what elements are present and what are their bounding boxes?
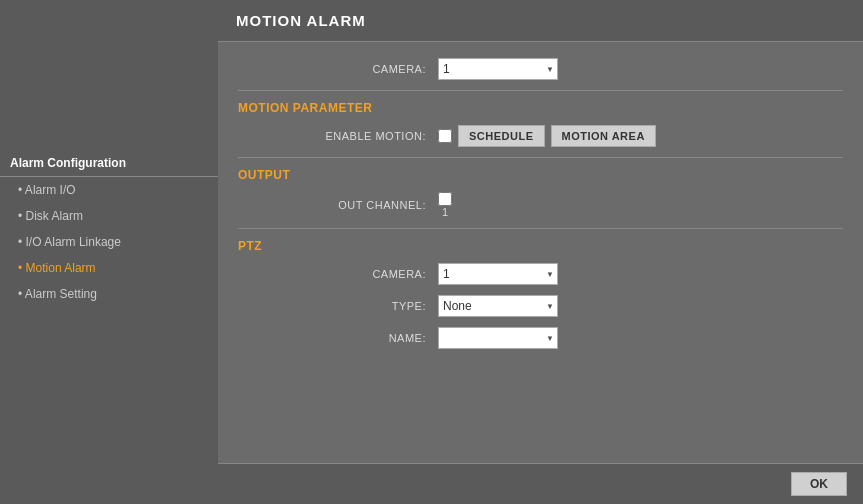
sidebar-item-alarm-io[interactable]: • Alarm I/O [0, 177, 218, 203]
motion-param-title: MOTION PARAMETER [238, 101, 843, 115]
main-content: MOTION ALARM CAMERA: 1 2 3 4 MOTION PARA… [218, 0, 863, 504]
ptz-camera-select-wrapper: 1 2 3 4 [438, 263, 558, 285]
enable-motion-row: ENABLE MOTION: SCHEDULE MOTION AREA [238, 125, 843, 147]
out-channel-label: OUT CHANNEL: [238, 199, 438, 211]
ptz-type-select-wrapper: None Preset Tour Pattern [438, 295, 558, 317]
camera-row: CAMERA: 1 2 3 4 [238, 58, 843, 80]
motion-param-divider [238, 90, 843, 91]
ptz-camera-label: CAMERA: [238, 268, 438, 280]
page-header: MOTION ALARM [218, 0, 863, 42]
ptz-type-label: TYPE: [238, 300, 438, 312]
ptz-title: PTZ [238, 239, 843, 253]
camera-label: CAMERA: [238, 63, 438, 75]
out-channel-number: 1 [442, 206, 448, 218]
camera-select[interactable]: 1 2 3 4 [438, 58, 558, 80]
footer-bar: OK [218, 463, 863, 504]
ptz-camera-row: CAMERA: 1 2 3 4 [238, 263, 843, 285]
ptz-name-row: NAME: [238, 327, 843, 349]
sidebar-item-alarm-setting[interactable]: • Alarm Setting [0, 281, 218, 307]
page-title: MOTION ALARM [236, 12, 366, 29]
sidebar-item-motion-alarm[interactable]: • Motion Alarm [0, 255, 218, 281]
ptz-name-select-wrapper [438, 327, 558, 349]
enable-motion-label: ENABLE MOTION: [238, 130, 438, 142]
schedule-button[interactable]: SCHEDULE [458, 125, 545, 147]
sidebar-section-title: Alarm Configuration [0, 148, 218, 177]
out-channel-row: OUT CHANNEL: 1 [238, 192, 843, 218]
sidebar-item-disk-alarm[interactable]: • Disk Alarm [0, 203, 218, 229]
ptz-camera-select[interactable]: 1 2 3 4 [438, 263, 558, 285]
enable-motion-checkbox[interactable] [438, 129, 452, 143]
ok-button[interactable]: OK [791, 472, 847, 496]
out-channel-checkbox[interactable] [438, 192, 452, 206]
output-divider [238, 157, 843, 158]
sidebar: Alarm Configuration • Alarm I/O • Disk A… [0, 0, 218, 504]
ptz-name-select[interactable] [438, 327, 558, 349]
motion-area-button[interactable]: MOTION AREA [551, 125, 656, 147]
content-area: CAMERA: 1 2 3 4 MOTION PARAMETER ENABLE … [218, 42, 863, 463]
ptz-type-select[interactable]: None Preset Tour Pattern [438, 295, 558, 317]
ptz-divider [238, 228, 843, 229]
output-title: OUTPUT [238, 168, 843, 182]
ptz-name-label: NAME: [238, 332, 438, 344]
ptz-type-row: TYPE: None Preset Tour Pattern [238, 295, 843, 317]
camera-select-wrapper: 1 2 3 4 [438, 58, 558, 80]
sidebar-item-io-alarm-linkage[interactable]: • I/O Alarm Linkage [0, 229, 218, 255]
out-channel-col: 1 [438, 192, 452, 218]
